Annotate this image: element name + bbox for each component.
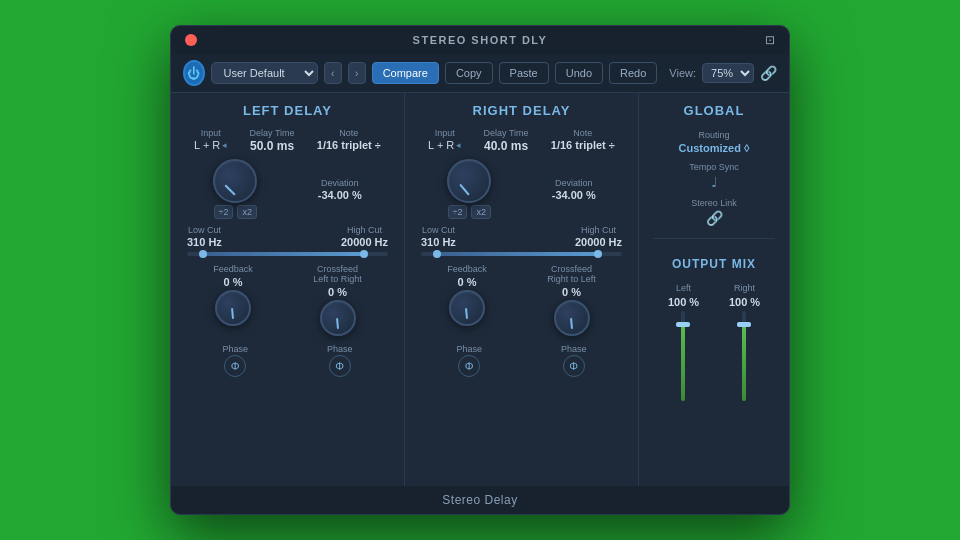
left-x2-button[interactable]: x2 <box>237 205 257 219</box>
left-high-cut-handle[interactable] <box>360 250 368 258</box>
right-deviation-group: Deviation -34.00 % <box>552 178 596 201</box>
left-crossfeed-value[interactable]: 0 % <box>328 286 347 298</box>
right-input-selector[interactable]: L + R ◂ <box>428 139 461 151</box>
close-button[interactable] <box>185 34 197 46</box>
right-low-cut-handle[interactable] <box>433 250 441 258</box>
fader-section: Left 100 % Right 100 % <box>653 283 775 401</box>
right-phase2-group: Phase Φ <box>561 344 587 377</box>
compare-button[interactable]: Compare <box>372 62 439 84</box>
left-note-value[interactable]: 1/16 triplet ÷ <box>317 139 381 151</box>
left-feedback-group: Feedback 0 % <box>213 264 253 336</box>
link-icon[interactable]: 🔗 <box>760 65 777 81</box>
right-low-cut-value[interactable]: 310 Hz <box>421 236 456 248</box>
routing-value[interactable]: Customized ◊ <box>679 142 750 154</box>
routing-group: Routing Customized ◊ <box>653 130 775 154</box>
undo-button[interactable]: Undo <box>555 62 603 84</box>
right-filter-slider[interactable] <box>421 252 622 256</box>
right-crossfeed-value[interactable]: 0 % <box>562 286 581 298</box>
global-panel: GLOBAL Routing Customized ◊ Tempo Sync ♩… <box>639 93 789 486</box>
redo-button[interactable]: Redo <box>609 62 657 84</box>
global-title: GLOBAL <box>653 103 775 118</box>
tempo-sync-icon[interactable]: ♩ <box>711 174 718 190</box>
left-low-cut-label: Low Cut <box>188 225 221 235</box>
stereo-link-label: Stereo Link <box>691 198 737 208</box>
left-input-group: Input L + R ◂ <box>194 128 227 151</box>
right-divider-btns: ÷2 x2 <box>448 205 491 219</box>
right-delay-knob[interactable] <box>447 159 491 203</box>
left-low-cut-handle[interactable] <box>199 250 207 258</box>
right-phase2-label: Phase <box>561 344 587 354</box>
right-note-group: Note 1/16 triplet ÷ <box>551 128 615 151</box>
view-select[interactable]: 75% <box>702 63 754 83</box>
right-phase2-symbol[interactable]: Φ <box>563 355 585 377</box>
stereo-link-icon[interactable]: 🔗 <box>706 210 723 226</box>
stereo-link-group: Stereo Link 🔗 <box>653 198 775 226</box>
left-crossfeed-label: CrossfeedLeft to Right <box>313 264 362 284</box>
right-deviation-value[interactable]: -34.00 % <box>552 189 596 201</box>
right-note-value[interactable]: 1/16 triplet ÷ <box>551 139 615 151</box>
left-feedback-knob[interactable] <box>215 290 251 326</box>
nav-back-button[interactable]: ‹ <box>324 62 342 84</box>
copy-button[interactable]: Copy <box>445 62 493 84</box>
right-fader-label: Right <box>734 283 755 293</box>
left-filter-slider[interactable] <box>187 252 388 256</box>
left-high-cut-value[interactable]: 20000 Hz <box>341 236 388 248</box>
right-crossfeed-label: CrossfeedRight to Left <box>547 264 596 284</box>
right-delay-time-value[interactable]: 40.0 ms <box>484 139 528 153</box>
tempo-sync-label: Tempo Sync <box>689 162 739 172</box>
left-phase2-symbol[interactable]: Φ <box>329 355 351 377</box>
left-fader-value[interactable]: 100 % <box>668 296 699 308</box>
left-phase1-group: Phase Φ <box>222 344 248 377</box>
left-fader-thumb[interactable] <box>676 322 690 327</box>
output-mix-title: OUTPUT MIX <box>653 257 775 271</box>
right-knob-container: ÷2 x2 <box>447 159 491 219</box>
left-low-cut-value[interactable]: 310 Hz <box>187 236 222 248</box>
left-crossfeed-knob[interactable] <box>320 300 356 336</box>
right-crossfeed-knob[interactable] <box>554 300 590 336</box>
bottom-label: Stereo Delay <box>442 493 517 507</box>
right-input-label: Input <box>435 128 455 138</box>
right-fader-group: Right 100 % <box>729 283 760 401</box>
right-input-group: Input L + R ◂ <box>428 128 461 151</box>
power-button[interactable]: ⏻ <box>183 60 205 86</box>
right-div2-button[interactable]: ÷2 <box>448 205 468 219</box>
left-delay-time-label: Delay Time <box>250 128 295 138</box>
left-phase1-symbol[interactable]: Φ <box>224 355 246 377</box>
right-high-cut-value[interactable]: 20000 Hz <box>575 236 622 248</box>
routing-label: Routing <box>698 130 729 140</box>
paste-button[interactable]: Paste <box>499 62 549 84</box>
left-delay-knob[interactable] <box>213 159 257 203</box>
right-feedback-knob[interactable] <box>449 290 485 326</box>
nav-forward-button[interactable]: › <box>348 62 366 84</box>
left-phase2-label: Phase <box>327 344 353 354</box>
right-input-arrow: ◂ <box>456 140 461 150</box>
right-fader-value[interactable]: 100 % <box>729 296 760 308</box>
left-delay-time-group: Delay Time 50.0 ms <box>250 128 295 153</box>
window-icon[interactable]: ⊡ <box>765 33 775 47</box>
left-deviation-label: Deviation <box>321 178 359 188</box>
right-high-cut-handle[interactable] <box>594 250 602 258</box>
left-input-arrow: ◂ <box>222 140 227 150</box>
right-feedback-label: Feedback <box>447 264 487 274</box>
right-x2-button[interactable]: x2 <box>471 205 491 219</box>
right-feedback-group: Feedback 0 % <box>447 264 487 336</box>
view-label: View: <box>669 67 696 79</box>
plugin-window: STEREO SHORT DLY ⊡ ⏻ User Default ‹ › Co… <box>170 25 790 515</box>
right-feedback-row: Feedback 0 % CrossfeedRight to Left 0 % <box>417 264 626 336</box>
left-input-label: Input <box>201 128 221 138</box>
right-crossfeed-group: CrossfeedRight to Left 0 % <box>547 264 596 336</box>
left-delay-time-value[interactable]: 50.0 ms <box>250 139 294 153</box>
left-fader-track[interactable] <box>681 311 685 401</box>
right-fader-thumb[interactable] <box>737 322 751 327</box>
left-feedback-value[interactable]: 0 % <box>224 276 243 288</box>
preset-select[interactable]: User Default <box>211 62 318 84</box>
left-input-selector[interactable]: L + R ◂ <box>194 139 227 151</box>
right-phase1-symbol[interactable]: Φ <box>458 355 480 377</box>
right-fader-track[interactable] <box>742 311 746 401</box>
left-div2-button[interactable]: ÷2 <box>214 205 234 219</box>
left-delay-title: LEFT DELAY <box>183 103 392 118</box>
right-feedback-value[interactable]: 0 % <box>458 276 477 288</box>
left-fader-group: Left 100 % <box>668 283 699 401</box>
main-content: LEFT DELAY Input L + R ◂ Delay Time 50.0… <box>171 93 789 486</box>
left-deviation-value[interactable]: -34.00 % <box>318 189 362 201</box>
